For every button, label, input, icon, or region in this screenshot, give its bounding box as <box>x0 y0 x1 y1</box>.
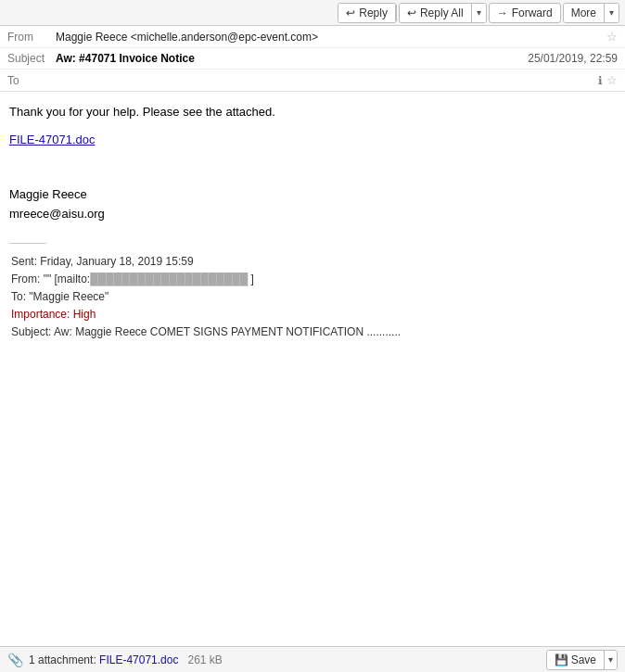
attachment-icon: 📎 <box>7 653 23 667</box>
reply-all-dropdown[interactable]: ▾ <box>472 4 486 22</box>
from-value: Maggie Reece <michelle.anderson@epc-even… <box>56 31 603 44</box>
chevron-down-icon: ▾ <box>609 7 614 18</box>
body-attachment-link[interactable]: FILE-47071.doc <box>9 131 96 149</box>
email-footer: 📎 1 attachment: FILE-47071.doc 261 kB 💾 … <box>0 646 625 672</box>
chevron-down-icon: ▾ <box>477 7 481 18</box>
quoted-subject: Subject: Aw: Maggie Reece COMET SIGNS PA… <box>11 323 616 341</box>
to-expand-icon[interactable]: ℹ <box>598 74 603 87</box>
to-star-icon[interactable]: ☆ <box>606 73 618 87</box>
star-icon[interactable]: ☆ <box>606 30 618 44</box>
reply-split-button[interactable]: ↩ Reply <box>338 3 397 23</box>
save-button[interactable]: 💾 Save <box>547 651 605 669</box>
save-split-button[interactable]: 💾 Save ▾ <box>546 650 618 670</box>
body-greeting: Thank you for your help. Please see the … <box>9 103 616 121</box>
reply-all-button[interactable]: ↩ Reply All <box>400 4 472 22</box>
subject-value: Aw: #47071 Invoice Notice <box>56 52 528 65</box>
forward-button[interactable]: → Forward <box>489 3 561 23</box>
email-timestamp: 25/01/2019, 22:59 <box>528 52 618 65</box>
reply-all-label: Reply All <box>420 6 464 19</box>
reply-all-icon: ↩ <box>407 6 416 19</box>
to-row: To ℹ ☆ <box>0 70 625 91</box>
email-signature: Maggie Reece mreece@aisu.org <box>9 185 616 224</box>
quoted-to: To: "Maggie Reece" <box>11 288 616 306</box>
more-dropdown[interactable]: ▾ <box>605 4 619 22</box>
quoted-importance: Importance: High <box>11 306 616 323</box>
from-row: From Maggie Reece <michelle.anderson@epc… <box>0 26 625 48</box>
reply-button[interactable]: ↩ Reply <box>338 4 396 22</box>
quoted-message: Sent: Friday, January 18, 2019 15:59 Fro… <box>11 253 616 342</box>
to-label: To <box>7 74 56 87</box>
save-label: Save <box>571 653 596 666</box>
attachment-size: 261 kB <box>187 653 222 666</box>
attachment-info: 1 attachment: FILE-47071.doc 261 kB <box>29 653 541 666</box>
more-split-button[interactable]: More ▾ <box>563 3 619 23</box>
reply-all-split-button[interactable]: ↩ Reply All ▾ <box>399 3 487 23</box>
quoted-divider <box>9 243 46 244</box>
subject-row: Subject Aw: #47071 Invoice Notice 25/01/… <box>0 48 625 70</box>
save-dropdown[interactable]: ▾ <box>605 651 617 669</box>
more-label: More <box>571 6 596 19</box>
attachment-count: 1 attachment: <box>29 653 96 666</box>
signature-name: Maggie Reece <box>9 185 616 205</box>
subject-label: Subject <box>7 52 56 65</box>
reply-label: Reply <box>359 6 388 19</box>
email-header: From Maggie Reece <michelle.anderson@epc… <box>0 26 625 92</box>
attachment-filename[interactable]: FILE-47071.doc <box>99 653 178 666</box>
forward-icon: → <box>497 6 508 19</box>
forward-label: Forward <box>512 6 553 19</box>
quoted-from: From: "" [mailto:████████████████████ ] <box>11 271 616 288</box>
more-button[interactable]: More <box>564 4 605 22</box>
email-toolbar: ↩ Reply ↩ Reply All ▾ → Forward More ▾ <box>0 0 625 26</box>
reply-icon: ↩ <box>346 6 355 19</box>
save-chevron-icon: ▾ <box>608 654 613 665</box>
email-body: Thank you for your help. Please see the … <box>0 92 625 646</box>
quoted-sent: Sent: Friday, January 18, 2019 15:59 <box>11 253 616 271</box>
save-icon: 💾 <box>555 653 568 666</box>
from-label: From <box>7 31 56 44</box>
signature-email: mreece@aisu.org <box>9 205 616 224</box>
